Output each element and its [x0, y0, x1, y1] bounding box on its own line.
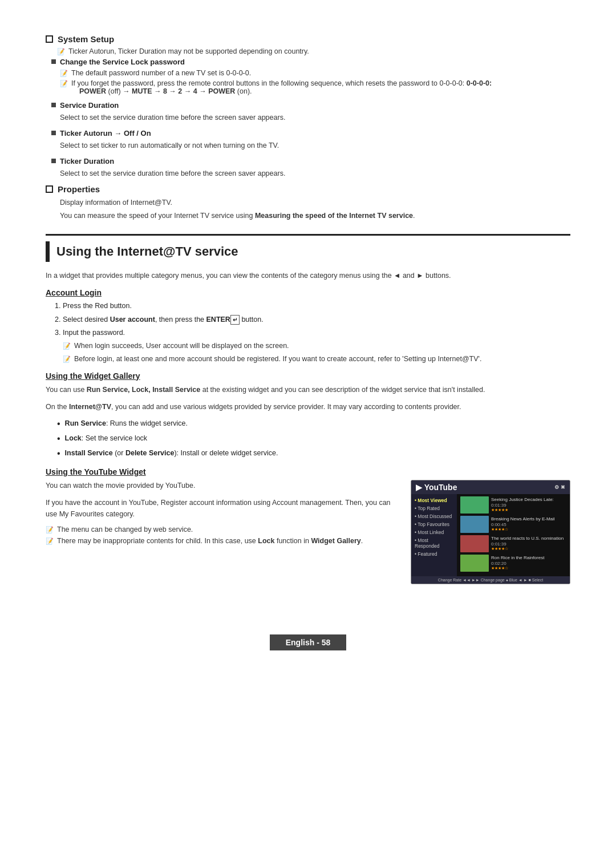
yt-thumb-4: [460, 555, 489, 572]
yt-sidebar-most-linked: • Most Linked: [415, 528, 453, 536]
yt-thumb-2: [460, 516, 489, 533]
youtube-screenshot: ▶ YouTube ⚙ ✖ • Most Viewed • Top Rated …: [411, 480, 570, 584]
service-duration-subsection: Service Duration Select to set the servi…: [46, 101, 570, 123]
step-1: Press the Red button.: [63, 301, 570, 312]
widget-gallery-subsection: Using the Widget Gallery You can use Run…: [46, 371, 570, 460]
service-duration-title: Service Duration: [60, 101, 119, 110]
dot-icon-1: •: [57, 417, 60, 431]
system-setup-note1: 📝 Ticker Autorun, Ticker Duration may no…: [57, 47, 570, 55]
widget-gallery-bullet1: • Run Service: Runs the widget service.: [57, 418, 570, 431]
yt-rating-3: ★★★★☆: [491, 547, 566, 551]
note-icon-4: 📝: [63, 341, 71, 351]
youtube-note1: 📝 The menu can be changed by web service…: [46, 525, 399, 533]
yt-thumb-3: [460, 535, 489, 552]
note-icon-2: 📝: [60, 70, 68, 77]
yt-header-icons: ⚙ ✖: [554, 484, 565, 490]
system-setup-section: System Setup 📝 Ticker Autorun, Ticker Du…: [46, 34, 570, 179]
yt-sidebar: • Most Viewed • Top Rated • Most Discuss…: [411, 494, 457, 576]
yt-main: Seeking Justice Decades Late: 0:01:39 ★★…: [457, 494, 570, 576]
service-duration-body: Select to set the service duration time …: [60, 112, 570, 123]
yt-info-2: Breaking News Alerts by E-Mail 0:00:45 ★…: [491, 516, 566, 532]
yt-sidebar-top-rated: • Top Rated: [415, 504, 453, 512]
dot-icon-3: •: [57, 447, 60, 460]
yt-video-row-3: The world reacts to U.S. nomination 0:01…: [460, 535, 566, 552]
footer-badge: English - 58: [270, 634, 347, 650]
internet-tv-intro: In a widget that provides multiple categ…: [46, 270, 570, 281]
account-login-steps: Press the Red button. Select desired Use…: [63, 301, 570, 365]
note-icon-7: 📝: [46, 537, 54, 545]
widget-gallery-bullet2: • Lock: Set the service lock: [57, 433, 570, 446]
properties-section: Properties Display information of Intern…: [46, 184, 570, 221]
change-lock-note2: 📝 If you forget the password, press the …: [60, 79, 570, 95]
youtube-note2: 📝 There may be inappropriate contents fo…: [46, 537, 399, 545]
service-duration-header: Service Duration: [51, 101, 570, 110]
black-sq-icon-3: [51, 131, 56, 135]
internet-tv-section-header: Using the Internet@TV service: [46, 234, 570, 262]
yt-video-title-1: Seeking Justice Decades Late:: [491, 497, 566, 503]
black-sq-icon-4: [51, 159, 56, 163]
yt-rating-2: ★★★★☆: [491, 527, 566, 532]
widget-gallery-line2: On the Internet@TV, you can add and use …: [46, 401, 570, 413]
properties-header: Properties: [46, 184, 570, 194]
account-login-title: Account Login: [46, 288, 570, 297]
note-icon-3: 📝: [60, 80, 68, 87]
system-setup-header: System Setup: [46, 34, 570, 44]
yt-rating-1: ★★★★★: [491, 508, 566, 512]
ticker-autorun-body: Select to set ticker to run automaticall…: [60, 140, 570, 151]
youtube-widget-subsection: Using the YouTube Widget You can watch t…: [46, 467, 570, 584]
account-login-note2: 📝 Before login, at least one and more ac…: [63, 354, 570, 365]
properties-title: Properties: [58, 184, 100, 194]
yt-rating-4: ★★★★☆: [491, 566, 566, 571]
ticker-duration-subsection: Ticker Duration Select to set the servic…: [46, 157, 570, 179]
change-lock-note1: 📝 The default password number of a new T…: [60, 69, 570, 77]
youtube-line2: If you have the account in YouTube, Regi…: [46, 497, 399, 520]
ticker-autorun-title: Ticker Autorun → Off / On: [60, 129, 151, 138]
youtube-widget-title: Using the YouTube Widget: [46, 467, 570, 476]
yt-sidebar-featured: • Featured: [415, 550, 453, 558]
ticker-duration-header: Ticker Duration: [51, 157, 570, 165]
internet-tv-section-title: Using the Internet@TV service: [56, 244, 238, 259]
ticker-autorun-subsection: Ticker Autorun → Off / On Select to set …: [46, 129, 570, 151]
step-3: Input the password. 📝 When login succeed…: [63, 328, 570, 364]
change-service-lock-title: Change the Service Lock password: [60, 58, 185, 66]
system-setup-title: System Setup: [58, 34, 114, 44]
yt-sidebar-most-viewed: • Most Viewed: [415, 496, 453, 504]
yt-sidebar-top-favourites: • Top Favourites: [415, 520, 453, 528]
note-icon-6: 📝: [46, 526, 54, 533]
yt-footer: Change Rate ◄◄ ►► Change page ● Blue ◄ ►…: [411, 576, 570, 584]
youtube-text-block: You can watch the movie provided by YouT…: [46, 480, 399, 547]
enter-icon: ↵: [230, 315, 240, 325]
yt-video-title-2: Breaking News Alerts by E-Mail: [491, 516, 566, 522]
page-footer: English - 58: [46, 630, 570, 655]
dot-icon-2: •: [57, 432, 60, 446]
yt-duration-1: 0:01:39: [491, 503, 566, 508]
yt-info-4: Ron Rice in the Rainforest 0:02:20 ★★★★☆: [491, 555, 566, 571]
properties-line1: Display information of Internet@TV.: [60, 197, 570, 208]
yt-logo: ▶ YouTube: [416, 483, 457, 492]
properties-line2: You can measure the speed of your Intern…: [60, 211, 570, 221]
yt-duration-3: 0:01:39: [491, 541, 566, 547]
yt-body: • Most Viewed • Top Rated • Most Discuss…: [411, 494, 570, 576]
note-icon-5: 📝: [63, 354, 71, 364]
youtube-line1: You can watch the movie provided by YouT…: [46, 480, 399, 491]
yt-video-title-4: Ron Rice in the Rainforest: [491, 555, 566, 561]
yt-video-title-3: The world reacts to U.S. nomination: [491, 536, 566, 541]
widget-gallery-line1: You can use Run Service, Lock, Install S…: [46, 384, 570, 395]
yt-thumb-1: [460, 496, 489, 514]
yt-video-row-1: Seeking Justice Decades Late: 0:01:39 ★★…: [460, 496, 566, 514]
yt-sidebar-most-responded: • Most Responded: [415, 536, 453, 550]
yt-duration-2: 0:00:45: [491, 522, 566, 527]
yt-sidebar-most-discussed: • Most Discussed: [415, 512, 453, 520]
widget-gallery-title: Using the Widget Gallery: [46, 371, 570, 381]
youtube-section-container: You can watch the movie provided by YouT…: [46, 480, 570, 584]
account-login-note1: 📝 When login succeeds, User account will…: [63, 341, 570, 351]
properties-square-icon: [46, 185, 53, 193]
yt-header: ▶ YouTube ⚙ ✖: [411, 480, 570, 494]
step-2: Select desired User account, then press …: [63, 314, 570, 325]
ticker-duration-body: Select to set the service duration time …: [60, 168, 570, 179]
ticker-duration-title: Ticker Duration: [60, 157, 114, 165]
yt-info-1: Seeking Justice Decades Late: 0:01:39 ★★…: [491, 497, 566, 512]
ticker-autorun-header: Ticker Autorun → Off / On: [51, 129, 570, 138]
section-bar-icon: [46, 241, 50, 262]
yt-duration-4: 0:02:20: [491, 561, 566, 566]
